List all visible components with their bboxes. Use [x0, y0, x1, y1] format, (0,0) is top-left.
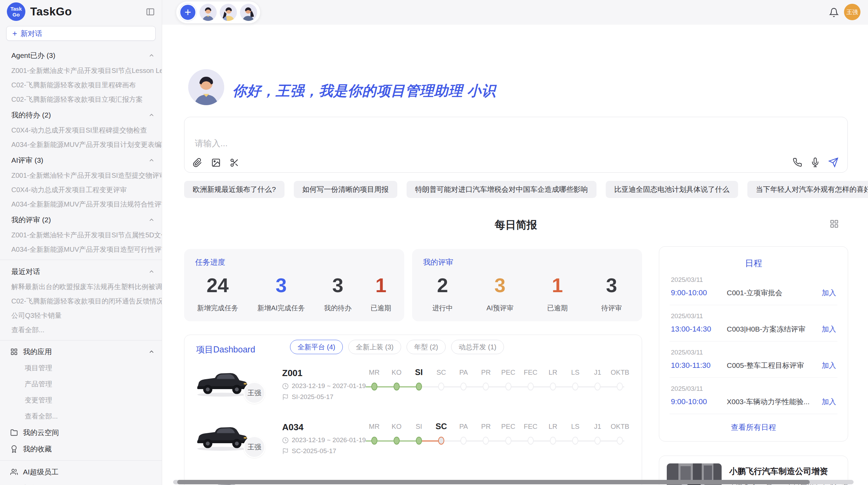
sidebar-item-ai-super-staff[interactable]: AI超级员工 [0, 464, 162, 480]
sidebar-item-change-mgmt[interactable]: 变更管理 [0, 392, 162, 408]
milestone-node[interactable] [505, 437, 511, 445]
logo-line1: Task [10, 6, 22, 12]
suggestion-chip[interactable]: 比亚迪全固态电池计划具体说了什么 [606, 181, 738, 198]
badge-icon [10, 445, 18, 453]
sidebar-item[interactable]: A034-全新新能源MUV产品开发项目造型可行性评审 [0, 242, 162, 257]
layout-grid-icon[interactable] [830, 219, 839, 228]
sidebar-item-help-write[interactable]: 帮我写作 [0, 480, 162, 485]
milestone-node[interactable] [617, 437, 623, 445]
chevron-up-icon [148, 157, 155, 164]
milestone-node[interactable] [528, 383, 534, 390]
milestone-node[interactable] [438, 383, 444, 390]
suggestion-chip[interactable]: 如何写一份清晰的项目周报 [294, 181, 397, 198]
milestone-node[interactable] [505, 383, 511, 390]
sidebar-item-view-all-apps[interactable]: 查看全部... [0, 408, 162, 424]
milestone-node[interactable] [460, 383, 467, 390]
users-icon [10, 468, 18, 476]
screenshot-scissors-icon[interactable] [230, 158, 239, 167]
milestone-node[interactable] [371, 437, 377, 445]
section-header-my-todo[interactable]: 我的待办 (2) [0, 107, 162, 123]
project-row[interactable]: 王强 Z001 2023-12-19 ~ 2027-01-19 SI-2025-… [184, 366, 642, 414]
send-icon[interactable] [828, 157, 839, 167]
section-header-ai-review[interactable]: AI评审 (3) [0, 152, 162, 168]
join-link[interactable]: 加入 [822, 288, 836, 298]
sidebar-item-cloud-space[interactable]: 我的云空间 [0, 424, 162, 441]
schedule-event-title: C001-立项审批会 [727, 288, 822, 298]
stat-label: 已逾期 [547, 303, 568, 313]
tab-powertrain[interactable]: 动总开发 (1) [451, 340, 504, 354]
milestone-node[interactable] [394, 437, 400, 445]
milestone-node[interactable] [594, 437, 601, 445]
milestone-node[interactable] [483, 383, 489, 390]
stat-value: 1 [547, 275, 568, 295]
sidebar-item[interactable]: 公司Q3轻卡销量 [0, 308, 162, 323]
sidebar-item[interactable]: 解释最新出台的欧盟报废车法规再生塑料比例被调至15%... [0, 279, 162, 294]
milestone-node[interactable] [483, 437, 489, 445]
phone-call-icon[interactable] [793, 158, 802, 167]
sidebar-item-favorites[interactable]: 我的收藏 [0, 441, 162, 457]
sidebar-item[interactable]: Z001-全新燃油轻卡产品开发项目SI节点属性5D文件评审 [0, 228, 162, 242]
attachment-icon[interactable] [193, 158, 202, 167]
add-agent-button[interactable]: + [179, 4, 196, 21]
suggestion-chip[interactable]: 特朗普可能对进口汽车增税会对中国车企造成哪些影响 [407, 181, 596, 198]
milestone-node[interactable] [416, 437, 422, 445]
sidebar-item[interactable]: C02-飞腾新能源轻客改款项目里程碑画布 [0, 78, 162, 92]
sidebar-item[interactable]: A034-全新新能源MUV产品开发项目法规符合性评审 [0, 197, 162, 211]
milestone-node[interactable] [550, 437, 556, 445]
section-header-agent-done[interactable]: Agent已办 (3) [0, 47, 162, 63]
image-upload-icon[interactable] [211, 158, 221, 167]
chevron-up-icon [148, 112, 155, 119]
project-row[interactable]: 王强 A034 2023-12-19 ~ 2026-01-19 SC-2025-… [184, 420, 642, 468]
schedule-event-title: C005-整车工程目标评审 [727, 361, 822, 370]
milestone-node[interactable] [617, 383, 623, 390]
sidebar-item[interactable]: C0X4-动力总成开发项目工程变更评审 [0, 183, 162, 197]
tab-new-body[interactable]: 全新上装 (3) [348, 340, 401, 354]
suggestion-chip[interactable]: 当下年轻人对汽车外观有怎样的喜好趋势 [747, 181, 868, 198]
sidebar-item[interactable]: C02-飞腾新能源轻客改款项目立项汇报方案 [0, 92, 162, 107]
chat-input-card[interactable]: 请输入... [184, 117, 848, 173]
sidebar-item-view-all[interactable]: 查看全部... [0, 323, 162, 337]
tab-new-platform[interactable]: 全新平台 (4) [290, 340, 343, 354]
milestone-node[interactable] [550, 383, 556, 390]
milestone-node[interactable] [371, 383, 377, 390]
suggestion-chip[interactable]: 欧洲新规最近颁布了什么? [184, 181, 285, 198]
join-link[interactable]: 加入 [822, 361, 836, 370]
sidebar-item[interactable]: Z001-全新燃油皮卡产品开发项目SI节点Lesson Learn报告 [0, 63, 162, 78]
sidebar-item-my-apps[interactable]: 我的应用 [0, 344, 162, 360]
sidebar-item[interactable]: A034-全新新能源MUV产品开发项目计划变更表编写 [0, 137, 162, 152]
milestone-node[interactable] [572, 437, 578, 445]
sidebar-item[interactable]: C02-飞腾新能源轻客改款项目的闭环通告反馈情况 [0, 294, 162, 308]
agent-avatar-3[interactable] [240, 4, 257, 21]
collapse-sidebar-icon[interactable] [146, 7, 155, 16]
sidebar-item-project-mgmt[interactable]: 项目管理 [0, 360, 162, 376]
milestone-node[interactable] [594, 383, 601, 390]
horizontal-scrollbar-thumb[interactable] [177, 480, 810, 484]
agent-avatar-1[interactable] [200, 4, 217, 21]
milestone-node[interactable] [460, 437, 467, 445]
milestone-node-overdue[interactable] [438, 437, 444, 445]
app-title: TaskGo [30, 5, 72, 18]
user-avatar[interactable]: 王强 [844, 4, 860, 20]
sidebar-item[interactable]: C0X4-动力总成开发项目SI里程碑提交物检查 [0, 123, 162, 137]
sidebar-item[interactable]: Z001-全新燃油轻卡产品开发项目SI造型提交物评审 [0, 168, 162, 183]
milestone-node[interactable] [572, 383, 578, 390]
join-link[interactable]: 加入 [822, 324, 836, 334]
sidebar-item-product-mgmt[interactable]: 产品管理 [0, 376, 162, 392]
section-header-recent-chats[interactable]: 最近对话 [0, 263, 162, 279]
milestone-label: PR [475, 420, 497, 433]
milestone-node[interactable] [416, 383, 422, 390]
tab-year-model[interactable]: 年型 (2) [407, 340, 446, 354]
section-header-my-review[interactable]: 我的评审 (2) [0, 211, 162, 228]
stat-value: 3 [601, 275, 622, 295]
horizontal-scrollbar-track[interactable] [173, 480, 854, 484]
new-chat-button[interactable]: + 新对话 [6, 26, 156, 41]
milestone-node[interactable] [394, 383, 400, 390]
join-link[interactable]: 加入 [822, 397, 836, 407]
project-dates-text: 2023-12-19 ~ 2026-01-19 [292, 436, 366, 444]
view-all-schedule-link[interactable]: 查看所有日程 [670, 414, 837, 441]
agent-avatar-2[interactable] [220, 4, 237, 21]
microphone-icon[interactable] [810, 158, 820, 167]
schedule-event-title: X003-车辆动力学性能验... [727, 397, 822, 407]
milestone-node[interactable] [528, 437, 534, 445]
notification-bell-icon[interactable] [829, 8, 839, 17]
